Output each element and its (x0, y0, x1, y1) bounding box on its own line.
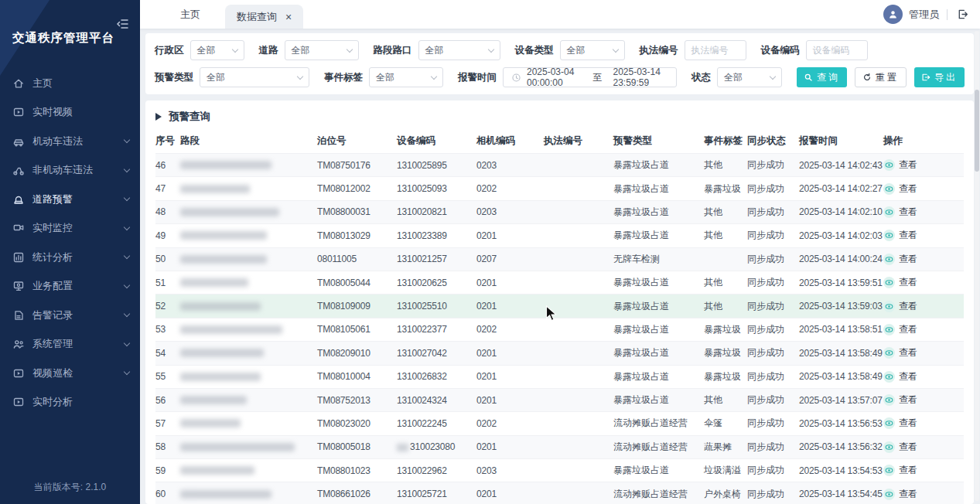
sidebar-nav: 主页实时视频机动车违法非机动车违法道路预警实时监控统计分析业务配置告警记录系统管… (0, 69, 140, 417)
view-link[interactable]: 查看 (883, 182, 964, 196)
table-row: 51TM0800504413100206250201暴露垃圾占道其他同步成功20… (155, 271, 964, 294)
device-code-cell: 1310024324 (397, 395, 476, 406)
chevron-down-icon (124, 224, 130, 230)
view-link[interactable]: 查看 (883, 346, 964, 359)
event-tag-cell: 垃圾满溢 (704, 464, 747, 477)
alarm-time-cell: 2025-03-14 13:59:51 (799, 278, 883, 288)
sidebar-item-label: 机动车违法 (32, 135, 83, 148)
view-link[interactable]: 查看 (883, 229, 964, 242)
event-tag-cell: 其他 (704, 158, 747, 172)
close-icon[interactable]: × (285, 12, 292, 22)
view-link[interactable]: 查看 (883, 158, 964, 172)
app-root: 交通秩序管理平台 主页实时视频机动车违法非机动车违法道路预警实时监控统计分析业务… (0, 0, 980, 504)
view-link[interactable]: 查看 (883, 488, 964, 501)
filter-status-select[interactable]: 全部 (717, 67, 782, 87)
analysis-icon (12, 396, 25, 408)
alarm-time-cell: 2025-03-14 13:58:51 (799, 324, 883, 335)
sidebar-item-car[interactable]: 机动车违法 (0, 127, 140, 156)
filter-district: 行政区全部 (155, 40, 244, 60)
view-link[interactable]: 查看 (883, 393, 964, 407)
road-redacted (180, 349, 264, 357)
export-button[interactable]: 导出 (914, 67, 965, 87)
query-button[interactable]: 查询 (797, 67, 847, 87)
column-header: 泊位号 (317, 135, 397, 148)
tab-home[interactable]: 主页 (166, 0, 214, 29)
table-row: 500801100513100212570207无牌车检测同步成功2025-03… (155, 247, 964, 271)
view-link[interactable]: 查看 (883, 417, 964, 430)
logout-icon[interactable] (957, 9, 968, 20)
road-cell (180, 396, 317, 404)
sync-status-cell: 同步成功 (747, 417, 799, 430)
device-code-cell: 1310022962 (397, 465, 476, 476)
sidebar-item-monitor[interactable]: 实时监控 (0, 214, 140, 243)
view-link[interactable]: 查看 (883, 370, 964, 383)
sidebar-item-record[interactable]: 告警记录 (0, 301, 140, 330)
device-code-cell: 1310023389 (397, 230, 476, 241)
view-link[interactable]: 查看 (883, 206, 964, 219)
camera-code-cell: 0203 (476, 160, 544, 171)
scrollbar-thumb[interactable] (975, 90, 979, 172)
column-header: 事件标签 (704, 135, 747, 148)
sidebar-item-system[interactable]: 系统管理 (0, 330, 140, 359)
camera-code-cell: 0202 (476, 183, 544, 194)
filter-event-tag-select[interactable]: 全部 (369, 67, 443, 87)
chevron-down-icon (124, 166, 130, 172)
serial-cell: 60 (155, 489, 180, 499)
tab-data-query[interactable]: 数据查询× (225, 5, 303, 29)
sidebar-item-video[interactable]: 实时视频 (0, 98, 140, 128)
camera-code-cell: 0201 (476, 371, 544, 382)
filter-panel: 行政区全部道路全部路段路口全部设备类型全部执法编号执法编号设备编码设备编码 预警… (145, 33, 974, 94)
sidebar-item-config[interactable]: 业务配置 (0, 272, 140, 301)
filter-section: 路段路口全部 (374, 40, 500, 60)
sidebar-item-scooter[interactable]: 非机动车违法 (0, 156, 140, 186)
sidebar-item-home[interactable]: 主页 (0, 69, 140, 98)
filter-law-number-input[interactable]: 执法编号 (685, 40, 746, 60)
alarm-time-range[interactable]: 2025-03-04 00:00:00至2025-03-14 23:59:59 (503, 67, 677, 87)
selected-value: 全部 (425, 44, 444, 57)
sidebar-item-chart[interactable]: 统计分析 (0, 243, 140, 272)
view-link[interactable]: 查看 (883, 323, 964, 336)
event-tag-cell: 其他 (704, 206, 747, 219)
alarm-time-cell: 2025-03-14 14:02:10 (799, 206, 883, 217)
device-code-cell: 1310025510 (397, 301, 476, 312)
filter-district-select[interactable]: 全部 (190, 40, 244, 60)
filter-section-select[interactable]: 全部 (418, 40, 500, 60)
road-redacted (180, 208, 279, 216)
view-link[interactable]: 查看 (883, 464, 964, 477)
sidebar-item-analysis[interactable]: 实时分析 (0, 388, 140, 417)
berth-cell: TM08012002 (317, 183, 397, 194)
serial-cell: 57 (155, 418, 180, 429)
chevron-down-icon (124, 253, 130, 259)
camera-code-cell: 0201 (476, 395, 544, 406)
device-code-value: 1310025093 (397, 183, 447, 194)
filter-device-type-select[interactable]: 全部 (560, 40, 625, 60)
user-avatar[interactable] (883, 5, 903, 24)
filter-road-select[interactable]: 全部 (285, 40, 359, 60)
table-row: 47TM0801200213100250930202暴露垃圾占道暴露垃圾同步成功… (155, 176, 964, 199)
tab-bar: 主页数据查询× (166, 0, 303, 29)
scrollbar-track[interactable] (975, 31, 979, 501)
reset-button[interactable]: 重置 (855, 67, 907, 87)
filter-label: 路段路口 (374, 44, 412, 57)
device-code-cell: 1310022377 (397, 324, 476, 335)
view-link[interactable]: 查看 (883, 441, 964, 454)
table-row: 59TM0880102313100229620203暴露垃圾占道垃圾满溢同步成功… (155, 458, 964, 482)
collapse-sidebar-icon[interactable] (116, 17, 130, 31)
view-link[interactable]: 查看 (883, 253, 964, 266)
placeholder-text: 设备编码 (813, 44, 850, 57)
filter-warning-type-select[interactable]: 全部 (200, 67, 309, 87)
device-code-cell: 1310026832 (397, 371, 476, 382)
event-tag-cell: 暴露垃圾 (704, 182, 747, 196)
alarm-time-cell: 2025-03-14 13:57:07 (799, 395, 883, 406)
warning-type-cell: 暴露垃圾占道 (613, 393, 704, 407)
sidebar-item-patrol[interactable]: 视频巡检 (0, 359, 140, 388)
sync-status-cell: 同步成功 (747, 464, 799, 477)
filter-device-code-input[interactable]: 设备编码 (806, 40, 868, 60)
main-area: 主页数据查询× 管理员 行政区全部道路全部路段路口全部设备类型全部执法编号执法编… (140, 0, 980, 504)
view-link[interactable]: 查看 (883, 276, 964, 289)
view-link[interactable]: 查看 (883, 300, 964, 313)
eye-icon (883, 347, 895, 359)
sidebar-item-alarm[interactable]: 道路预警 (0, 185, 140, 214)
table-body: 46TM0875017613100258950203暴露垃圾占道其他同步成功20… (155, 153, 964, 504)
device-code-value: 1310020821 (397, 206, 447, 217)
